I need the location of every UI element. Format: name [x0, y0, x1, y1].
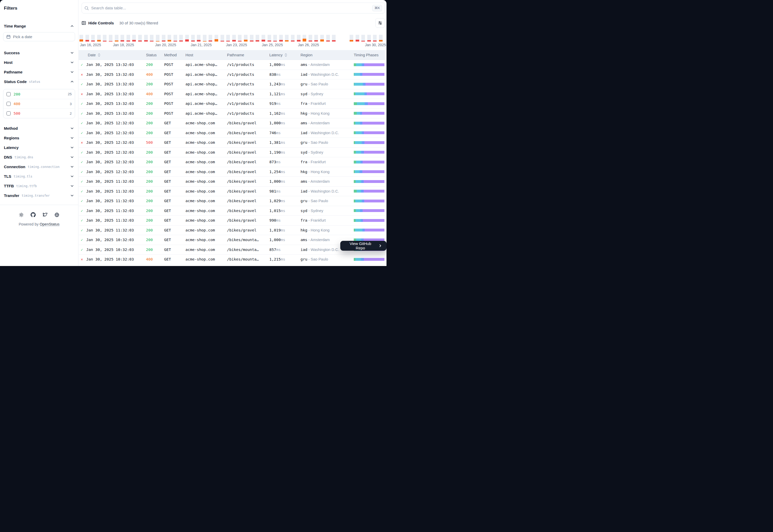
table-row[interactable]: ✓Jan 30, 2025 11:32:03200GETacme-shop.co…: [79, 177, 385, 187]
timeline-bar[interactable]: [85, 35, 91, 42]
timing-phases-bar[interactable]: [354, 141, 384, 144]
status-option-200[interactable]: 20025: [3, 89, 75, 99]
table-row[interactable]: ✓Jan 30, 2025 12:32:03200GETacme-shop.co…: [79, 128, 385, 138]
timeline-bar[interactable]: [185, 35, 191, 42]
timeline-bar[interactable]: [379, 35, 385, 42]
table-row[interactable]: ✓Jan 30, 2025 11:32:03200GETacme-shop.co…: [79, 226, 385, 235]
view-options-button[interactable]: [375, 18, 385, 28]
globe-icon[interactable]: [54, 213, 59, 217]
timeline-bar[interactable]: [361, 35, 367, 42]
timeline-bar[interactable]: [297, 35, 303, 42]
timeline-bar[interactable]: [314, 35, 320, 42]
table-row[interactable]: ✓Jan 30, 2025 13:32:03200POSTapi.acme-sh…: [79, 109, 385, 119]
timing-phases-bar[interactable]: [354, 190, 384, 193]
timeline-bar[interactable]: [120, 35, 126, 42]
timing-phases-bar[interactable]: [354, 83, 384, 86]
timeline-bar[interactable]: [285, 35, 291, 42]
timeline-bar[interactable]: [291, 35, 297, 42]
column-header-latency[interactable]: Latency: [269, 53, 300, 57]
timeline-bar[interactable]: [209, 35, 215, 42]
checkbox[interactable]: [6, 92, 11, 96]
timeline-bar[interactable]: [356, 35, 362, 42]
timeline-bar[interactable]: [221, 35, 227, 42]
table-row[interactable]: ✓Jan 30, 2025 12:32:03200GETacme-shop.co…: [79, 167, 385, 177]
filter-section-host[interactable]: Host: [0, 58, 78, 67]
table-row[interactable]: ✕Jan 30, 2025 13:32:03400POSTapi.acme-sh…: [79, 89, 385, 99]
timeline-bar[interactable]: [173, 35, 179, 42]
timeline-bar[interactable]: [103, 35, 109, 42]
table-row[interactable]: ✓Jan 30, 2025 13:32:03200POSTapi.acme-sh…: [79, 99, 385, 109]
timeline-bar[interactable]: [373, 35, 379, 42]
timeline-bar[interactable]: [256, 35, 262, 42]
timing-phases-bar[interactable]: [354, 180, 384, 183]
filter-section-method[interactable]: Method: [0, 124, 78, 133]
timeline-bar[interactable]: [226, 35, 232, 42]
status-option-500[interactable]: 5002: [3, 108, 75, 118]
timeline-bar[interactable]: [238, 35, 244, 42]
timeline-bar[interactable]: [367, 35, 373, 42]
timeline-bar[interactable]: [109, 35, 115, 42]
filter-section-time-range[interactable]: Time Range: [0, 21, 78, 31]
timeline-bar[interactable]: [144, 35, 150, 42]
table-row[interactable]: ✕Jan 30, 2025 12:32:03500GETacme-shop.co…: [79, 138, 385, 148]
timing-phases-bar[interactable]: [354, 200, 384, 202]
filter-section-latency[interactable]: Latency: [0, 143, 78, 152]
timeline-bar[interactable]: [91, 35, 97, 42]
column-header-date[interactable]: Date: [86, 53, 145, 57]
timeline-bar[interactable]: [156, 35, 162, 42]
filter-section-success[interactable]: Success: [0, 48, 78, 58]
timing-phases-bar[interactable]: [354, 92, 384, 95]
timeline-bar[interactable]: [215, 35, 221, 42]
timeline-bar[interactable]: [244, 35, 250, 42]
timeline-bar[interactable]: [273, 35, 279, 42]
table-row[interactable]: ✓Jan 30, 2025 12:32:03200GETacme-shop.co…: [79, 157, 385, 167]
timing-phases-bar[interactable]: [354, 73, 384, 76]
timeline-bar[interactable]: [97, 35, 103, 42]
table-row[interactable]: ✓Jan 30, 2025 12:32:03200GETacme-shop.co…: [79, 118, 385, 128]
table-row[interactable]: ✓Jan 30, 2025 11:32:03200GETacme-shop.co…: [79, 196, 385, 206]
timing-phases-bar[interactable]: [354, 112, 384, 115]
filter-section-status-code[interactable]: Status Codestatus: [0, 77, 78, 86]
table-row[interactable]: ✕Jan 30, 2025 13:32:03400POSTapi.acme-sh…: [79, 70, 385, 80]
checkbox[interactable]: [6, 111, 11, 115]
timeline-bar[interactable]: [279, 35, 285, 42]
timing-phases-bar[interactable]: [354, 258, 384, 261]
filter-section-pathname[interactable]: Pathname: [0, 67, 78, 77]
timing-phases-bar[interactable]: [354, 219, 384, 222]
timeline-bar[interactable]: [268, 35, 274, 42]
filter-section-transfer[interactable]: Transfertiming.transfer: [0, 191, 78, 200]
timing-phases-bar[interactable]: [354, 63, 384, 66]
table-row[interactable]: ✓Jan 30, 2025 13:32:03200POSTapi.acme-sh…: [79, 60, 385, 70]
hide-controls-button[interactable]: Hide Controls: [81, 21, 114, 25]
timeline-bar[interactable]: [320, 35, 326, 42]
filter-section-tls[interactable]: TLStiming.tls: [0, 172, 78, 181]
table-row[interactable]: ✓Jan 30, 2025 10:32:03200GETacme-shop.co…: [79, 245, 385, 255]
timeline-bar[interactable]: [79, 35, 85, 42]
table-row[interactable]: ✓Jan 30, 2025 11:32:03200GETacme-shop.co…: [79, 187, 385, 196]
date-picker-input[interactable]: Pick a date: [3, 32, 75, 41]
timeline-bar[interactable]: [197, 35, 203, 42]
table-row[interactable]: ✓Jan 30, 2025 13:32:03200POSTapi.acme-sh…: [79, 79, 385, 89]
timeline-bar[interactable]: [350, 35, 356, 42]
status-option-400[interactable]: 4003: [3, 99, 75, 108]
openstatus-link[interactable]: OpenStatus: [40, 222, 60, 226]
timeline-bar[interactable]: [203, 35, 209, 42]
timeline-bars[interactable]: [79, 35, 385, 42]
filter-section-dns[interactable]: DNStiming.dns: [0, 152, 78, 162]
table-row[interactable]: ✓Jan 30, 2025 11:32:03200GETacme-shop.co…: [79, 216, 385, 226]
timing-phases-bar[interactable]: [354, 131, 384, 134]
filter-section-ttfb[interactable]: TTFBtiming.ttfb: [0, 181, 78, 191]
timeline-bar[interactable]: [115, 35, 121, 42]
timeline-bar[interactable]: [150, 35, 156, 42]
timeline-bar[interactable]: [326, 35, 332, 42]
checkbox[interactable]: [6, 102, 11, 106]
timeline-bar[interactable]: [332, 35, 338, 42]
table-row[interactable]: ✕Jan 30, 2025 10:32:03400GETacme-shop.co…: [79, 255, 385, 264]
sun-icon[interactable]: [19, 213, 24, 217]
timeline-bar[interactable]: [126, 35, 132, 42]
timeline-bar[interactable]: [138, 35, 144, 42]
timeline-bar[interactable]: [250, 35, 256, 42]
timeline-bar[interactable]: [262, 35, 268, 42]
timeline-bar[interactable]: [162, 35, 168, 42]
timeline-bar[interactable]: [191, 35, 197, 42]
